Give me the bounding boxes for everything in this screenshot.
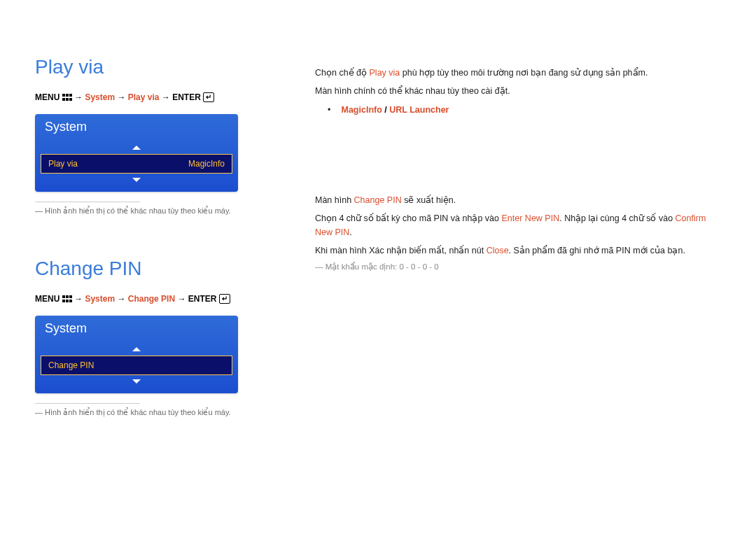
chevron-up-icon (132, 146, 141, 150)
divider (35, 202, 140, 202)
breadcrumb-play-via: MENU → System → Play via → ENTER ↵ (35, 92, 315, 103)
osd-down-row[interactable] (35, 174, 238, 186)
arrow: → (117, 294, 125, 304)
bc-item: Play via (128, 92, 160, 102)
osd-up-row[interactable] (35, 141, 238, 154)
chevron-down-icon (132, 178, 141, 182)
osd-selected-row[interactable]: Play via MagicInfo (41, 154, 232, 174)
enter-icon: ↵ (203, 92, 214, 102)
footnote-play-via: ― Hình ảnh hiển thị có thể khác nhau tùy… (35, 206, 315, 216)
para-change-pin-1: Màn hình Change PIN sẽ xuất hiện. (315, 193, 721, 207)
bullet-play-via-options: • MagicInfo / URL Launcher (328, 105, 721, 115)
osd-title: System (35, 114, 238, 141)
enter-label: ENTER (172, 92, 201, 102)
bc-system: System (85, 294, 115, 304)
footnote-change-pin: ― Hình ảnh hiển thị có thể khác nhau tùy… (35, 408, 315, 417)
menu-label: MENU (35, 92, 59, 102)
left-column: Play via MENU → System → Play via → ENTE… (35, 56, 315, 459)
arrow: → (74, 294, 83, 304)
default-password-note: ― Mật khẩu mặc định: 0 - 0 - 0 - 0 (315, 262, 721, 272)
section-change-pin-right: Màn hình Change PIN sẽ xuất hiện. Chọn 4… (315, 193, 721, 272)
arrow: → (117, 92, 125, 102)
menu-label: MENU (35, 294, 59, 304)
osd-sel-value: MagicInfo (188, 159, 225, 169)
section-play-via-left: Play via MENU → System → Play via → ENTE… (35, 56, 315, 216)
right-column: Chọn chế độ Play via phù hợp tùy theo mô… (315, 56, 721, 459)
option-url-launcher: URL Launcher (389, 105, 449, 115)
osd-change-pin: System Change PIN (35, 316, 238, 393)
enter-icon: ↵ (219, 294, 230, 304)
bc-system: System (85, 92, 115, 102)
section-change-pin-left: Change PIN MENU → System → Change PIN → … (35, 258, 315, 417)
osd-title: System (35, 316, 238, 343)
osd-up-row[interactable] (35, 343, 238, 356)
para-change-pin-3: Khi màn hình Xác nhận biến mất, nhấn nút… (315, 244, 721, 258)
para-change-pin-2: Chọn 4 chữ số bất kỳ cho mã PIN và nhập … (315, 211, 721, 239)
option-magicinfo: MagicInfo (341, 105, 382, 115)
chevron-up-icon (132, 347, 141, 351)
arrow: → (177, 294, 186, 304)
osd-play-via: System Play via MagicInfo (35, 114, 238, 192)
osd-down-row[interactable] (35, 375, 238, 388)
bc-item: Change PIN (128, 294, 175, 304)
para-play-via-1: Chọn chế độ Play via phù hợp tùy theo mô… (315, 66, 721, 80)
breadcrumb-change-pin: MENU → System → Change PIN → ENTER ↵ (35, 294, 315, 304)
bullet-dot: • (328, 105, 339, 115)
arrow: → (74, 92, 83, 102)
chevron-down-icon (132, 379, 141, 384)
heading-play-via: Play via (35, 56, 315, 78)
divider (35, 403, 140, 404)
menu-icon (62, 295, 72, 302)
manual-page: Play via MENU → System → Play via → ENTE… (0, 0, 756, 487)
arrow: → (162, 92, 170, 102)
osd-sel-label: Change PIN (48, 360, 94, 370)
enter-label: ENTER (188, 294, 217, 304)
heading-change-pin: Change PIN (35, 258, 315, 280)
menu-icon (62, 94, 72, 101)
section-play-via-right: Chọn chế độ Play via phù hợp tùy theo mô… (315, 66, 721, 115)
osd-selected-row[interactable]: Change PIN (41, 356, 232, 375)
osd-sel-label: Play via (48, 159, 78, 169)
para-play-via-2: Màn hình chính có thể khác nhau tùy theo… (315, 84, 721, 98)
